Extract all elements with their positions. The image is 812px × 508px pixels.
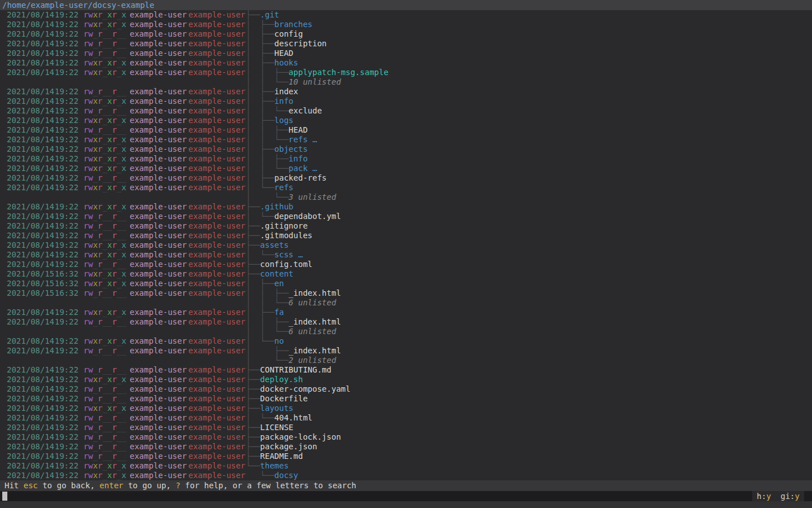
file-row[interactable]: 2021/08/1419:22rw_r__r__example-userexam… — [0, 394, 812, 404]
tree-cell: ├──package-lock.json — [246, 432, 341, 442]
file-row[interactable]: 2021/08/1419:22rwxr_xr_xexample-userexam… — [0, 97, 812, 106]
file-row[interactable]: 2021/08/1419:22rw_r__r__example-userexam… — [0, 231, 812, 240]
file-row[interactable]: 2021/08/1419:22rwxr_xr_xexample-userexam… — [0, 144, 812, 154]
file-row[interactable]: 2021/08/1419:22rwxr_xr_xexample-userexam… — [0, 336, 812, 346]
file-row[interactable]: 2021/08/1419:22rwxr_xr_xexample-userexam… — [0, 202, 812, 212]
file-row[interactable]: 2021/08/1516:32rwxr_xr_xexample-userexam… — [0, 269, 812, 279]
modified-date: 2021/08/14 — [7, 106, 54, 116]
permissions: rw_r__r__ — [83, 384, 126, 394]
file-row[interactable]: 2021/08/1419:22rwxr_xr_xexample-userexam… — [0, 135, 812, 144]
modified-date: 2021/08/14 — [7, 442, 54, 452]
tree-entry-name: refs — [275, 183, 294, 192]
file-row[interactable]: 2021/08/1419:22rw_r__r__example-userexam… — [0, 106, 812, 116]
modified-date: 2021/08/14 — [7, 384, 54, 394]
modified-time: 19:22 — [55, 308, 78, 317]
permissions: rw_r__r__ — [83, 452, 126, 461]
tree-entry-name: themes — [260, 461, 289, 470]
file-row[interactable]: 2021/08/1419:22rw_r__r__example-userexam… — [0, 29, 812, 39]
tree-row-unlisted[interactable]: │ └──3 unlisted — [0, 192, 812, 202]
file-row[interactable]: 2021/08/1419:22rwxr_xr_xexample-userexam… — [0, 240, 812, 250]
group-name: example-user — [188, 423, 245, 432]
file-row[interactable]: 2021/08/1516:32rwxr_xr_xexample-userexam… — [0, 279, 812, 288]
file-row[interactable]: 2021/08/1419:22rw_r__r__example-userexam… — [0, 212, 812, 221]
file-row[interactable]: 2021/08/1419:22rw_r__r__example-userexam… — [0, 125, 812, 135]
file-row[interactable]: 2021/08/1419:22rw_r__r__example-userexam… — [0, 39, 812, 49]
tree-branch-lines: │ └── — [246, 413, 275, 422]
owner-name: example-user — [130, 202, 187, 212]
tree-entry-name: exclude — [289, 106, 322, 115]
modified-date: 2021/08/14 — [7, 183, 54, 192]
file-row[interactable]: 2021/08/1419:22rwxr_xr_xexample-userexam… — [0, 471, 812, 480]
file-row[interactable]: 2021/08/1419:22rwxr_xr_xexample-userexam… — [0, 20, 812, 29]
file-row[interactable]: 2021/08/1516:32rw_r__r__example-userexam… — [0, 288, 812, 298]
file-row[interactable]: 2021/08/1419:22rwxr_xr_xexample-userexam… — [0, 164, 812, 173]
tree-row-unlisted[interactable]: │ │ └──6 unlisted — [0, 327, 812, 336]
hint-text: for help, or a few letters to search — [180, 481, 356, 490]
modified-date: 2021/08/14 — [7, 404, 54, 413]
file-row[interactable]: 2021/08/1419:22rwxr_xr_xexample-userexam… — [0, 58, 812, 68]
modified-date: 2021/08/14 — [7, 29, 54, 39]
file-row[interactable]: 2021/08/1419:22rw_r__r__example-userexam… — [0, 432, 812, 442]
file-row[interactable]: 2021/08/1419:22rw_r__r__example-userexam… — [0, 87, 812, 97]
owner-name: example-user — [130, 394, 187, 404]
file-row[interactable]: 2021/08/1419:22rw_r__r__example-userexam… — [0, 221, 812, 231]
file-row[interactable]: 2021/08/1419:22rw_r__r__example-userexam… — [0, 442, 812, 452]
file-row[interactable]: 2021/08/1419:22rwxr_xr_xexample-userexam… — [0, 183, 812, 192]
owner-name: example-user — [130, 58, 187, 68]
modified-time: 19:22 — [55, 394, 78, 404]
group-name: example-user — [188, 68, 245, 77]
file-row[interactable]: 2021/08/1419:22rw_r__r__example-userexam… — [0, 260, 812, 269]
file-row[interactable]: 2021/08/1419:22rw_r__r__example-userexam… — [0, 365, 812, 375]
file-row[interactable]: 2021/08/1419:22rwxr_xr_xexample-userexam… — [0, 154, 812, 164]
owner-name: example-user — [130, 413, 187, 423]
owner-name: example-user — [130, 279, 187, 288]
modified-date: 2021/08/14 — [7, 471, 54, 480]
file-row[interactable]: 2021/08/1419:22rwxr_xr_xexample-userexam… — [0, 68, 812, 77]
search-input-line[interactable]: h:y gi:y — [0, 491, 812, 501]
tree-branch-lines: │ ├── — [246, 144, 275, 154]
owner-name: example-user — [130, 288, 187, 298]
tree-row-unlisted[interactable]: │ │ └──10 unlisted — [0, 77, 812, 87]
file-row[interactable]: 2021/08/1419:22rw_r__r__example-userexam… — [0, 173, 812, 183]
file-row[interactable]: 2021/08/1419:22rwxr_xr_xexample-userexam… — [0, 375, 812, 384]
group-name: example-user — [188, 317, 245, 327]
file-row[interactable]: 2021/08/1419:22rw_r__r__example-userexam… — [0, 384, 812, 394]
tree-cell: │ ├──description — [246, 39, 326, 49]
group-name: example-user — [188, 308, 245, 317]
modified-date: 2021/08/14 — [7, 308, 54, 317]
file-row[interactable]: 2021/08/1419:22rw_r__r__example-userexam… — [0, 346, 812, 356]
file-row[interactable]: 2021/08/1419:22rwxr_xr_xexample-userexam… — [0, 10, 812, 20]
group-name: example-user — [188, 10, 245, 20]
file-row[interactable]: 2021/08/1419:22rw_r__r__example-userexam… — [0, 452, 812, 461]
file-row[interactable]: 2021/08/1419:22rw_r__r__example-userexam… — [0, 49, 812, 58]
file-row[interactable]: 2021/08/1419:22rwxr_xr_xexample-userexam… — [0, 404, 812, 413]
permissions: rw_r__r__ — [83, 125, 126, 135]
modified-time: 19:22 — [55, 240, 78, 250]
file-row[interactable]: 2021/08/1419:22rwxr_xr_xexample-userexam… — [0, 116, 812, 125]
tree-entry-name: scss — [275, 250, 294, 259]
tree-entry-name: .gitmodules — [260, 231, 312, 240]
tree-row-unlisted[interactable]: │ └──2 unlisted — [0, 356, 812, 365]
file-row[interactable]: 2021/08/1419:22rwxr_xr_xexample-userexam… — [0, 308, 812, 317]
file-row[interactable]: 2021/08/1419:22rwxr_xr_xexample-userexam… — [0, 461, 812, 471]
modified-time: 16:32 — [55, 288, 78, 298]
group-name: example-user — [188, 58, 245, 68]
tree-row-unlisted[interactable]: │ │ └──6 unlisted — [0, 298, 812, 308]
file-row[interactable]: 2021/08/1419:22rw_r__r__example-userexam… — [0, 423, 812, 432]
file-row[interactable]: 2021/08/1419:22rwxr_xr_xexample-userexam… — [0, 250, 812, 260]
modified-time: 19:22 — [55, 135, 78, 144]
owner-name: example-user — [130, 221, 187, 231]
permissions: rwxr_xr_x — [83, 116, 126, 125]
group-name: example-user — [188, 365, 245, 375]
file-row[interactable]: 2021/08/1419:22rw_r__r__example-userexam… — [0, 413, 812, 423]
tree-entry-name: pack — [289, 164, 308, 173]
modified-date: 2021/08/14 — [7, 452, 54, 461]
file-row[interactable]: 2021/08/1419:22rw_r__r__example-userexam… — [0, 317, 812, 327]
modified-date: 2021/08/14 — [7, 173, 54, 183]
tree-cell: ├──LICENSE — [246, 423, 293, 432]
modified-time: 19:22 — [55, 375, 78, 384]
group-name: example-user — [188, 144, 245, 154]
window-bottom-strip — [0, 501, 812, 508]
group-name: example-user — [188, 461, 245, 471]
permissions: rwxr_xr_x — [83, 154, 126, 164]
